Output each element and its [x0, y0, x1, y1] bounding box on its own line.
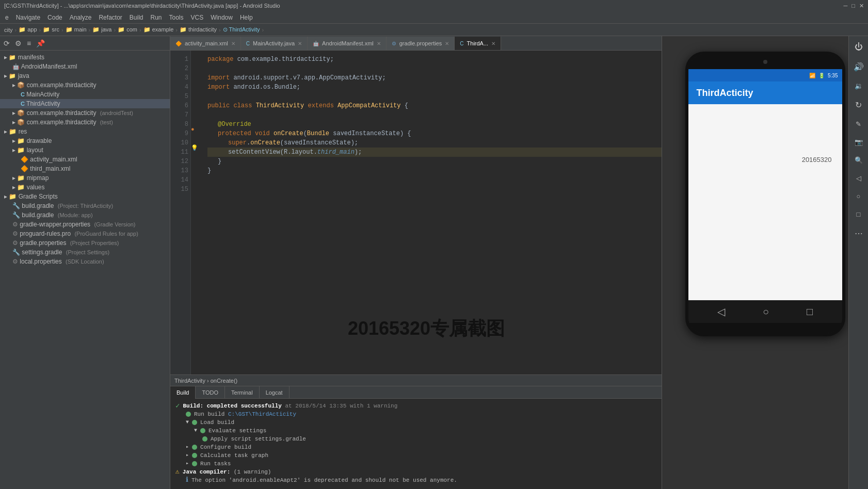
bc-thirdactivity[interactable]: ⊙ ThirdActivity: [223, 26, 260, 33]
expand-arrow-4-icon[interactable]: ▸: [186, 451, 189, 460]
maximize-button[interactable]: □: [851, 3, 855, 9]
bottom-tab-todo[interactable]: TODO: [196, 386, 225, 399]
device-camera-btn[interactable]: 📷: [853, 136, 865, 148]
bc-city[interactable]: city: [4, 27, 13, 33]
bottom-tab-terminal[interactable]: Terminal: [225, 386, 260, 399]
tab-mainactivity-java[interactable]: C MainActivity.java ✕: [241, 37, 308, 50]
expand-arrow-2-icon[interactable]: ▼: [194, 427, 197, 435]
menu-item-e[interactable]: e: [2, 13, 12, 22]
sidebar-item-test[interactable]: ▸ 📦 com.example.thirdacticity (test): [0, 118, 170, 127]
menu-item-window[interactable]: Window: [207, 13, 236, 22]
sidebar-item-proguard[interactable]: ⚙ proguard-rules.pro (ProGuard Rules for…: [0, 229, 170, 238]
tab-close-manifest[interactable]: ✕: [377, 41, 381, 46]
expand-arrow-3-icon[interactable]: ▸: [186, 443, 189, 451]
tab-close-thirdactivity[interactable]: ✕: [491, 41, 495, 46]
sidebar-item-settings-gradle[interactable]: 🔧 settings.gradle (Project Settings): [0, 248, 170, 257]
bc-thirdacticity[interactable]: 📁 thirdacticity: [180, 26, 217, 33]
build-output[interactable]: ✓ Build: completed successfully at 2018/…: [170, 399, 662, 489]
bottom-tabs: Build TODO Terminal Logcat: [170, 386, 662, 399]
sidebar-settings2-btn[interactable]: ≡: [25, 38, 33, 48]
sidebar-item-build-gradle-project[interactable]: 🔧 build.gradle (Project: ThirdActicity): [0, 201, 170, 210]
sidebar-pin-btn[interactable]: 📌: [35, 38, 46, 48]
close-button[interactable]: ✕: [859, 3, 864, 9]
device-square-btn[interactable]: □: [855, 208, 863, 220]
sidebar-item-java[interactable]: ▸ 📁 java: [0, 71, 170, 80]
sidebar-item-drawable[interactable]: ▸ 📁 drawable: [0, 136, 170, 145]
tab-close-mainactivity[interactable]: ✕: [298, 41, 302, 46]
device-zoom-btn[interactable]: 🔍: [853, 154, 865, 166]
device-rotate-btn[interactable]: ↻: [853, 98, 864, 112]
sidebar-item-gradle-properties[interactable]: ⚙ gradle.properties (Project Properties): [0, 238, 170, 248]
phone-battery-icon: 🔋: [818, 73, 825, 78]
sidebar-item-activity-main[interactable]: 🔶 activity_main.xml: [0, 155, 170, 164]
bottom-tab-build[interactable]: Build: [170, 386, 196, 399]
menu-item-analyze[interactable]: Analyze: [67, 13, 95, 22]
bc-src[interactable]: 📁 src: [43, 26, 59, 33]
device-more-btn[interactable]: ⋯: [853, 226, 865, 240]
phone-camera: [763, 60, 767, 64]
tab-close-gradle[interactable]: ✕: [445, 41, 449, 46]
expand-arrow-5-icon[interactable]: ▸: [186, 460, 189, 468]
phone-nav-home[interactable]: ○: [763, 306, 769, 318]
sidebar-item-androidmanifest[interactable]: 🤖 AndroidManifest.xml: [0, 62, 170, 71]
menu-item-run[interactable]: Run: [148, 13, 165, 22]
sidebar-item-values[interactable]: ▸ 📁 values: [0, 183, 170, 192]
code-line-9: protected void onCreate(Bundle savedInst…: [207, 129, 662, 138]
device-volume-down-btn[interactable]: 🔉: [853, 80, 865, 92]
menu-item-build[interactable]: Build: [126, 13, 147, 22]
sidebar-item-res[interactable]: ▸ 📁 res: [0, 127, 170, 136]
sidebar-item-androidtest[interactable]: ▸ 📦 com.example.thirdacticity (androidTe…: [0, 108, 170, 118]
menu-item-help[interactable]: Help: [237, 13, 256, 22]
code-editor[interactable]: 1 2 3 4 5 6 7 8 9 10 11 12 13 14 15: [170, 51, 662, 374]
sidebar-item-third-main[interactable]: 🔶 third_main.xml: [0, 164, 170, 173]
phone-signal-icon: 📶: [809, 73, 815, 78]
bc-main[interactable]: 📁 main: [66, 26, 87, 33]
sidebar-item-build-gradle-module[interactable]: 🔧 build.gradle (Module: app): [0, 210, 170, 220]
tab-gradle-properties[interactable]: ⚙ gradle.properties ✕: [387, 37, 455, 50]
phone-app-bar: ThirdActicity: [688, 82, 842, 104]
sidebar-item-package[interactable]: ▸ 📦 com.example.thirdacticity: [0, 80, 170, 90]
sidebar-item-mipmap[interactable]: ▸ 📁 mipmap: [0, 173, 170, 183]
code-line-3: import android.support.v7.app.AppCompatA…: [207, 73, 662, 83]
tab-thirdactivity-java[interactable]: C ThirdA... ✕: [455, 37, 501, 50]
sidebar-settings-btn[interactable]: ⚙: [13, 38, 23, 48]
menu-item-refactor[interactable]: Refactor: [95, 13, 125, 22]
menu-item-code[interactable]: Code: [44, 13, 66, 22]
tab-androidmanifest-xml[interactable]: 🤖 AndroidManifest.xml ✕: [308, 37, 387, 50]
device-power-btn[interactable]: ⏻: [853, 40, 865, 54]
java-folder-icon: 📁: [9, 73, 16, 79]
bc-java[interactable]: 📁 java: [92, 26, 111, 33]
expand-arrow-icon[interactable]: ▼: [186, 418, 189, 427]
info-icon: ℹ: [186, 476, 188, 484]
sidebar-item-gradle-wrapper[interactable]: ⚙ gradle-wrapper.properties (Gradle Vers…: [0, 220, 170, 229]
phone-screen-text: 20165320: [802, 156, 832, 164]
code-line-10: super.onCreate(savedInstanceState);: [207, 138, 662, 148]
bottom-tab-logcat[interactable]: Logcat: [260, 386, 290, 399]
device-volume-up-btn[interactable]: 🔊: [851, 60, 866, 74]
bc-com[interactable]: 📁 com: [118, 26, 137, 33]
code-content[interactable]: ● 💡 package com.example.thirdacticity;: [191, 51, 662, 374]
menu-item-tools[interactable]: Tools: [166, 13, 187, 22]
bc-example[interactable]: 📁 example: [143, 26, 174, 33]
green-dot-icon-5: [192, 445, 197, 450]
phone-nav-recent[interactable]: □: [807, 306, 813, 318]
sidebar-content: ▸ 📁 manifests 🤖 AndroidManifest.xml ▸ 📁 …: [0, 51, 170, 489]
tab-close-activity-main[interactable]: ✕: [231, 41, 235, 46]
tab-activity-main-xml[interactable]: 🔶 activity_main.xml ✕: [170, 37, 241, 50]
device-screenshot-btn[interactable]: ✎: [854, 118, 863, 130]
phone-nav-back[interactable]: ◁: [717, 305, 725, 318]
menu-item-navigate[interactable]: Navigate: [13, 13, 43, 22]
green-dot-icon-6: [192, 453, 197, 458]
sidebar-item-gradle-scripts[interactable]: ▸ 📁 Gradle Scripts: [0, 192, 170, 201]
sidebar-item-thirdactivity[interactable]: C ThirdActivity: [0, 99, 170, 108]
sidebar-sync-btn[interactable]: ⟳: [2, 38, 11, 48]
sidebar-item-manifests[interactable]: ▸ 📁 manifests: [0, 53, 170, 62]
device-home-btn[interactable]: ○: [855, 190, 863, 202]
minimize-button[interactable]: ─: [844, 3, 848, 9]
sidebar-item-layout[interactable]: ▸ 📁 layout: [0, 145, 170, 155]
bc-app[interactable]: 📁 app: [19, 26, 37, 33]
sidebar-item-local-properties[interactable]: ⚙ local.properties (SDK Location): [0, 257, 170, 266]
device-back-btn[interactable]: ◁: [854, 172, 863, 184]
sidebar-item-mainactivity[interactable]: C MainActivity: [0, 90, 170, 99]
menu-item-vcs[interactable]: VCS: [188, 13, 207, 22]
